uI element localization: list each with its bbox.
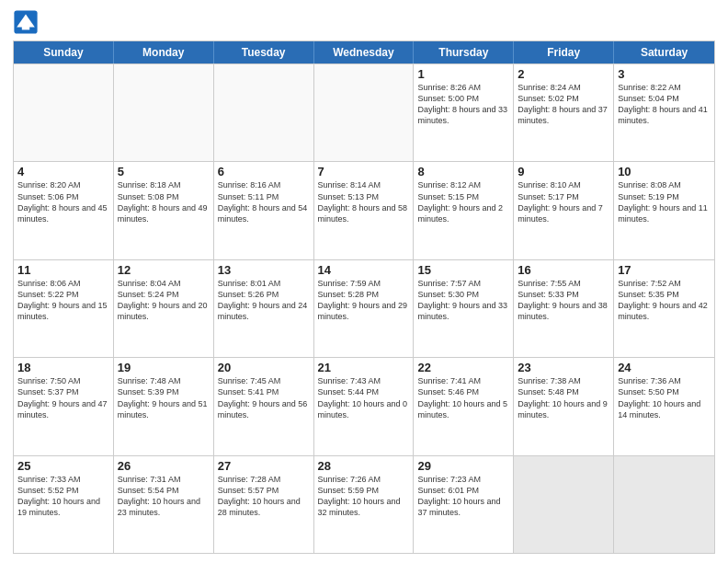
day-info: Sunrise: 8:10 AM Sunset: 5:17 PM Dayligh…: [518, 179, 609, 224]
cal-cell: 26Sunrise: 7:31 AM Sunset: 5:54 PM Dayli…: [114, 456, 214, 553]
header: [13, 9, 715, 35]
day-info: Sunrise: 7:33 AM Sunset: 5:52 PM Dayligh…: [17, 474, 109, 519]
day-info: Sunrise: 8:04 AM Sunset: 5:24 PM Dayligh…: [118, 278, 210, 323]
day-number: 8: [417, 165, 509, 178]
day-number: 13: [218, 263, 310, 277]
day-number: 26: [118, 459, 210, 473]
day-info: Sunrise: 7:26 AM Sunset: 5:59 PM Dayligh…: [318, 474, 410, 519]
cal-cell: 27Sunrise: 7:28 AM Sunset: 5:57 PM Dayli…: [214, 456, 314, 553]
day-info: Sunrise: 7:59 AM Sunset: 5:28 PM Dayligh…: [318, 278, 410, 323]
day-info: Sunrise: 7:43 AM Sunset: 5:44 PM Dayligh…: [318, 375, 410, 420]
cal-cell: [614, 456, 714, 553]
cal-cell: 28Sunrise: 7:26 AM Sunset: 5:59 PM Dayli…: [314, 456, 415, 553]
header-day-tuesday: Tuesday: [214, 41, 314, 63]
cal-cell: 20Sunrise: 7:45 AM Sunset: 5:41 PM Dayli…: [214, 358, 314, 454]
cal-cell: 16Sunrise: 7:55 AM Sunset: 5:33 PM Dayli…: [514, 260, 614, 357]
week-row-0: 1Sunrise: 8:26 AM Sunset: 5:00 PM Daylig…: [14, 63, 714, 161]
day-number: 9: [518, 165, 609, 178]
cal-cell: 9Sunrise: 8:10 AM Sunset: 5:17 PM Daylig…: [514, 162, 614, 259]
day-info: Sunrise: 7:28 AM Sunset: 5:57 PM Dayligh…: [218, 474, 310, 519]
cal-cell: 19Sunrise: 7:48 AM Sunset: 5:39 PM Dayli…: [114, 358, 214, 454]
day-number: 15: [417, 263, 509, 277]
day-number: 7: [318, 165, 410, 178]
week-row-1: 4Sunrise: 8:20 AM Sunset: 5:06 PM Daylig…: [14, 161, 714, 259]
day-number: 21: [318, 361, 410, 374]
day-number: 1: [417, 67, 509, 81]
cal-cell: 15Sunrise: 7:57 AM Sunset: 5:30 PM Dayli…: [414, 260, 514, 357]
calendar: SundayMondayTuesdayWednesdayThursdayFrid…: [13, 40, 715, 554]
day-info: Sunrise: 8:22 AM Sunset: 5:04 PM Dayligh…: [618, 82, 711, 127]
logo: [13, 9, 42, 35]
cal-cell: [314, 64, 415, 161]
cal-cell: 24Sunrise: 7:36 AM Sunset: 5:50 PM Dayli…: [614, 358, 714, 454]
day-info: Sunrise: 7:50 AM Sunset: 5:37 PM Dayligh…: [17, 375, 109, 420]
day-info: Sunrise: 7:41 AM Sunset: 5:46 PM Dayligh…: [417, 375, 509, 420]
day-info: Sunrise: 8:01 AM Sunset: 5:26 PM Dayligh…: [218, 278, 310, 323]
cal-cell: 1Sunrise: 8:26 AM Sunset: 5:00 PM Daylig…: [414, 64, 514, 161]
calendar-body: 1Sunrise: 8:26 AM Sunset: 5:00 PM Daylig…: [14, 63, 714, 553]
cal-cell: 5Sunrise: 8:18 AM Sunset: 5:08 PM Daylig…: [114, 162, 214, 259]
header-day-wednesday: Wednesday: [314, 41, 415, 63]
day-info: Sunrise: 8:06 AM Sunset: 5:22 PM Dayligh…: [17, 278, 109, 323]
cal-cell: [514, 456, 614, 553]
logo-icon: [13, 9, 39, 35]
day-info: Sunrise: 8:12 AM Sunset: 5:15 PM Dayligh…: [417, 179, 509, 224]
day-number: 25: [17, 459, 109, 473]
day-number: 4: [17, 165, 109, 178]
day-info: Sunrise: 8:14 AM Sunset: 5:13 PM Dayligh…: [318, 179, 410, 224]
cal-cell: 12Sunrise: 8:04 AM Sunset: 5:24 PM Dayli…: [114, 260, 214, 357]
header-day-thursday: Thursday: [414, 41, 514, 63]
cal-cell: 7Sunrise: 8:14 AM Sunset: 5:13 PM Daylig…: [314, 162, 415, 259]
cal-cell: [214, 64, 314, 161]
day-number: 24: [618, 361, 711, 374]
page: SundayMondayTuesdayWednesdayThursdayFrid…: [0, 0, 728, 563]
day-info: Sunrise: 8:26 AM Sunset: 5:00 PM Dayligh…: [417, 82, 509, 127]
day-number: 6: [218, 165, 310, 178]
header-day-sunday: Sunday: [14, 41, 114, 63]
day-info: Sunrise: 8:18 AM Sunset: 5:08 PM Dayligh…: [118, 179, 210, 224]
cal-cell: 29Sunrise: 7:23 AM Sunset: 6:01 PM Dayli…: [414, 456, 514, 553]
cal-cell: 11Sunrise: 8:06 AM Sunset: 5:22 PM Dayli…: [14, 260, 114, 357]
day-number: 16: [518, 263, 609, 277]
day-number: 18: [17, 361, 109, 374]
cal-cell: 2Sunrise: 8:24 AM Sunset: 5:02 PM Daylig…: [514, 64, 614, 161]
day-info: Sunrise: 8:08 AM Sunset: 5:19 PM Dayligh…: [618, 179, 711, 224]
cal-cell: 22Sunrise: 7:41 AM Sunset: 5:46 PM Dayli…: [414, 358, 514, 454]
day-info: Sunrise: 8:20 AM Sunset: 5:06 PM Dayligh…: [17, 179, 109, 224]
day-number: 27: [218, 459, 310, 473]
day-number: 12: [118, 263, 210, 277]
day-number: 28: [318, 459, 410, 473]
header-day-saturday: Saturday: [614, 41, 714, 63]
week-row-2: 11Sunrise: 8:06 AM Sunset: 5:22 PM Dayli…: [14, 259, 714, 357]
cal-cell: 21Sunrise: 7:43 AM Sunset: 5:44 PM Dayli…: [314, 358, 415, 454]
day-number: 14: [318, 263, 410, 277]
day-info: Sunrise: 7:31 AM Sunset: 5:54 PM Dayligh…: [118, 474, 210, 519]
cal-cell: [14, 64, 114, 161]
week-row-4: 25Sunrise: 7:33 AM Sunset: 5:52 PM Dayli…: [14, 455, 714, 553]
day-info: Sunrise: 7:36 AM Sunset: 5:50 PM Dayligh…: [618, 375, 711, 420]
day-number: 10: [618, 165, 711, 178]
day-number: 23: [518, 361, 609, 374]
cal-cell: 3Sunrise: 8:22 AM Sunset: 5:04 PM Daylig…: [614, 64, 714, 161]
header-day-monday: Monday: [114, 41, 214, 63]
day-number: 17: [618, 263, 711, 277]
cal-cell: 25Sunrise: 7:33 AM Sunset: 5:52 PM Dayli…: [14, 456, 114, 553]
day-number: 19: [118, 361, 210, 374]
cal-cell: 18Sunrise: 7:50 AM Sunset: 5:37 PM Dayli…: [14, 358, 114, 454]
day-info: Sunrise: 7:45 AM Sunset: 5:41 PM Dayligh…: [218, 375, 310, 420]
header-day-friday: Friday: [514, 41, 614, 63]
cal-cell: 8Sunrise: 8:12 AM Sunset: 5:15 PM Daylig…: [414, 162, 514, 259]
calendar-header-row: SundayMondayTuesdayWednesdayThursdayFrid…: [14, 41, 714, 63]
day-info: Sunrise: 7:52 AM Sunset: 5:35 PM Dayligh…: [618, 278, 711, 323]
day-number: 22: [417, 361, 509, 374]
cal-cell: [114, 64, 214, 161]
cal-cell: 10Sunrise: 8:08 AM Sunset: 5:19 PM Dayli…: [614, 162, 714, 259]
day-info: Sunrise: 8:24 AM Sunset: 5:02 PM Dayligh…: [518, 82, 609, 127]
cal-cell: 13Sunrise: 8:01 AM Sunset: 5:26 PM Dayli…: [214, 260, 314, 357]
cal-cell: 14Sunrise: 7:59 AM Sunset: 5:28 PM Dayli…: [314, 260, 415, 357]
day-info: Sunrise: 8:16 AM Sunset: 5:11 PM Dayligh…: [218, 179, 310, 224]
cal-cell: 23Sunrise: 7:38 AM Sunset: 5:48 PM Dayli…: [514, 358, 614, 454]
day-info: Sunrise: 7:38 AM Sunset: 5:48 PM Dayligh…: [518, 375, 609, 420]
week-row-3: 18Sunrise: 7:50 AM Sunset: 5:37 PM Dayli…: [14, 357, 714, 454]
cal-cell: 4Sunrise: 8:20 AM Sunset: 5:06 PM Daylig…: [14, 162, 114, 259]
